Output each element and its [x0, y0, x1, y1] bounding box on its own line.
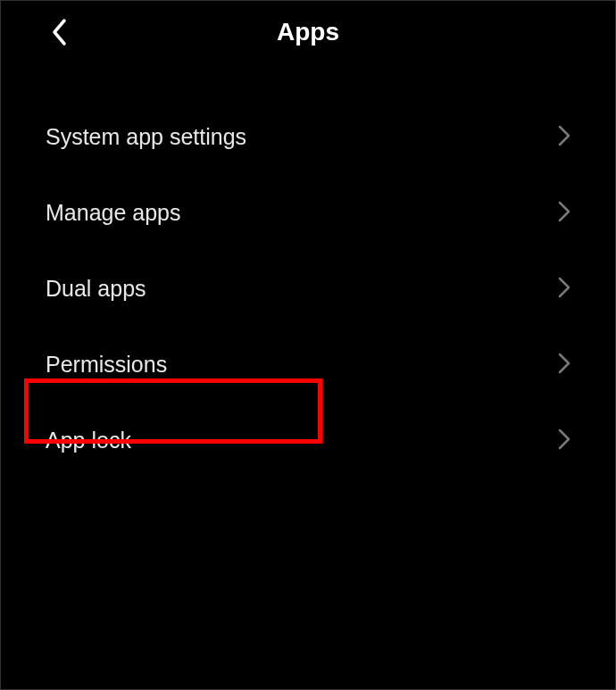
row-label: Dual apps: [46, 276, 146, 302]
row-dual-apps[interactable]: Dual apps: [1, 251, 615, 327]
header: Apps: [1, 1, 615, 63]
row-permissions[interactable]: Permissions: [1, 327, 615, 403]
chevron-left-icon: [50, 35, 70, 50]
row-label: Manage apps: [46, 200, 181, 226]
row-app-lock[interactable]: App lock: [1, 403, 615, 478]
chevron-right-icon: [558, 428, 570, 453]
chevron-right-icon: [558, 125, 570, 150]
row-label: Permissions: [46, 352, 167, 378]
page-title: Apps: [277, 18, 339, 46]
apps-settings-screen: Apps System app settings Manage apps Dua…: [0, 0, 616, 690]
settings-list: System app settings Manage apps Dual app…: [1, 63, 615, 478]
chevron-right-icon: [558, 277, 570, 302]
row-system-app-settings[interactable]: System app settings: [1, 99, 615, 175]
back-button[interactable]: [50, 17, 70, 51]
row-label: System app settings: [46, 124, 246, 150]
chevron-right-icon: [558, 201, 570, 226]
row-manage-apps[interactable]: Manage apps: [1, 175, 615, 251]
chevron-right-icon: [558, 353, 570, 378]
row-label: App lock: [46, 428, 131, 453]
